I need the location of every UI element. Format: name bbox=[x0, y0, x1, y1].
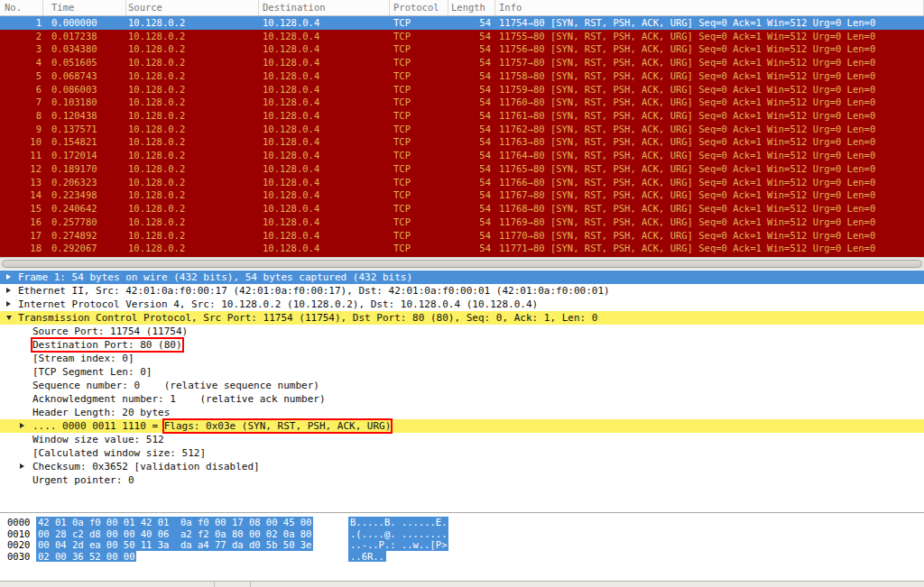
hex-row[interactable]: 003002 00 36 52 00 00..6R.. bbox=[0, 551, 924, 563]
column-header-source[interactable]: Source bbox=[126, 0, 259, 15]
detail-text: Checksum: 0x3652 [validation disabled] bbox=[32, 460, 260, 473]
detail-row[interactable]: [Calculated window size: 512] bbox=[0, 446, 924, 460]
packet-cell-time: 0.034380 bbox=[43, 42, 126, 56]
packet-row[interactable]: 70.10318010.128.0.210.128.0.4TCP5411760→… bbox=[0, 96, 924, 109]
detail-row[interactable]: Header Length: 20 bytes bbox=[0, 406, 924, 419]
packet-row[interactable]: 160.25778010.128.0.210.128.0.4TCP5411769… bbox=[0, 216, 924, 229]
packet-cell-info: 11757→80 [SYN, RST, PSH, ACK, URG] Seq=0… bbox=[495, 56, 924, 69]
column-header-info[interactable]: Info bbox=[495, 0, 924, 15]
packet-cell-length: 54 bbox=[448, 162, 495, 176]
detail-row[interactable]: [Stream index: 0] bbox=[0, 352, 924, 365]
packet-cell-source: 10.128.0.2 bbox=[126, 56, 259, 69]
packet-row[interactable]: 90.13757110.128.0.210.128.0.4TCP5411762→… bbox=[0, 123, 924, 136]
packet-cell-length: 54 bbox=[448, 229, 495, 243]
packet-cell-length: 54 bbox=[448, 69, 495, 83]
hex-bytes: 42 01 0a f0 00 01 42 01 0a f0 00 17 08 0… bbox=[36, 517, 313, 528]
packet-cell-no: 7 bbox=[0, 96, 43, 109]
packet-row[interactable]: 60.08600310.128.0.210.128.0.4TCP5411759→… bbox=[0, 83, 924, 96]
packet-cell-info: 11759→80 [SYN, RST, PSH, ACK, URG] Seq=0… bbox=[495, 83, 924, 96]
packet-cell-length: 54 bbox=[448, 188, 495, 202]
packet-cell-info: 11756→80 [SYN, RST, PSH, ACK, URG] Seq=0… bbox=[495, 42, 924, 56]
detail-row[interactable]: Sequence number: 0 (relative sequence nu… bbox=[0, 379, 924, 392]
status-bar bbox=[0, 581, 924, 587]
triangle-right-icon[interactable] bbox=[6, 288, 11, 293]
packet-cell-info: 11763→80 [SYN, RST, PSH, ACK, URG] Seq=0… bbox=[495, 135, 924, 149]
packet-cell-destination: 10.128.0.4 bbox=[259, 242, 390, 255]
packet-cell-time: 0.206323 bbox=[43, 176, 126, 189]
packet-cell-source: 10.128.0.2 bbox=[126, 109, 259, 123]
detail-row[interactable]: .... 0000 0011 1110 = Flags: 0x03e (SYN,… bbox=[0, 419, 924, 433]
packet-row[interactable]: 170.27489210.128.0.210.128.0.4TCP5411770… bbox=[0, 229, 924, 243]
packet-row[interactable]: 80.12043810.128.0.210.128.0.4TCP5411761→… bbox=[0, 109, 924, 123]
detail-row[interactable]: [TCP Segment Len: 0] bbox=[0, 365, 924, 379]
packet-cell-time: 0.000000 bbox=[43, 16, 126, 30]
detail-row[interactable]: Window size value: 512 bbox=[0, 433, 924, 446]
packet-cell-time: 0.223498 bbox=[43, 188, 126, 202]
packet-row[interactable]: 120.18917010.128.0.210.128.0.4TCP5411765… bbox=[0, 162, 924, 176]
packet-cell-info: 11760→80 [SYN, RST, PSH, ACK, URG] Seq=0… bbox=[495, 96, 924, 109]
packet-cell-no: 2 bbox=[0, 30, 43, 43]
horizontal-scrollbar[interactable] bbox=[0, 257, 924, 270]
detail-text: .... 0000 0011 1110 = Flags: 0x03e (SYN,… bbox=[32, 419, 391, 433]
detail-row[interactable]: Urgent pointer: 0 bbox=[0, 473, 924, 487]
detail-text: Frame 1: 54 bytes on wire (432 bits), 54… bbox=[18, 271, 412, 284]
packet-cell-protocol: TCP bbox=[390, 96, 448, 109]
hex-row[interactable]: 001000 28 c2 d8 00 00 40 06 a2 f2 0a 80 … bbox=[0, 528, 924, 540]
hex-ascii: B.....B. ......E. bbox=[348, 517, 448, 528]
red-highlight-box: Destination Port: 80 (80) bbox=[32, 339, 182, 351]
packet-row[interactable]: 110.17201410.128.0.210.128.0.4TCP5411764… bbox=[0, 149, 924, 162]
packet-cell-time: 0.257780 bbox=[43, 216, 126, 229]
packet-details-pane: Frame 1: 54 bytes on wire (432 bits), 54… bbox=[0, 270, 924, 512]
packet-cell-no: 18 bbox=[0, 242, 43, 255]
triangle-right-icon[interactable] bbox=[20, 463, 24, 469]
detail-row[interactable]: Destination Port: 80 (80) bbox=[0, 338, 924, 352]
packet-cell-time: 0.086003 bbox=[43, 83, 126, 96]
packet-cell-destination: 10.128.0.4 bbox=[259, 216, 390, 229]
triangle-down-icon[interactable] bbox=[6, 316, 12, 320]
triangle-right-icon[interactable] bbox=[20, 423, 24, 428]
detail-text: [TCP Segment Len: 0] bbox=[32, 365, 152, 379]
packet-row[interactable]: 40.05160510.128.0.210.128.0.4TCP5411757→… bbox=[0, 56, 924, 69]
packet-cell-destination: 10.128.0.4 bbox=[259, 123, 390, 136]
packet-cell-protocol: TCP bbox=[390, 109, 448, 123]
column-header-time[interactable]: Time bbox=[43, 0, 126, 15]
packet-row[interactable]: 50.06874310.128.0.210.128.0.4TCP5411758→… bbox=[0, 69, 924, 83]
packet-row[interactable]: 180.29206710.128.0.210.128.0.4TCP5411771… bbox=[0, 242, 924, 255]
packet-row[interactable]: 100.15482110.128.0.210.128.0.4TCP5411763… bbox=[0, 135, 924, 149]
packet-cell-protocol: TCP bbox=[390, 242, 448, 255]
column-header-no[interactable]: No. bbox=[0, 0, 43, 15]
triangle-right-icon[interactable] bbox=[6, 274, 11, 280]
packet-cell-time: 0.137571 bbox=[43, 123, 126, 136]
scrollbar-thumb[interactable] bbox=[2, 260, 922, 268]
packet-row[interactable]: 130.20632310.128.0.210.128.0.4TCP5411766… bbox=[0, 176, 924, 189]
detail-row[interactable]: Acknowledgment number: 1 (relative ack n… bbox=[0, 392, 924, 406]
packet-cell-info: 11771→80 [SYN, RST, PSH, ACK, URG] Seq=0… bbox=[495, 242, 924, 255]
detail-row[interactable]: Source Port: 11754 (11754) bbox=[0, 325, 924, 338]
packet-row[interactable]: 20.01723810.128.0.210.128.0.4TCP5411755→… bbox=[0, 30, 924, 43]
packet-cell-protocol: TCP bbox=[390, 162, 448, 176]
packet-cell-length: 54 bbox=[448, 96, 495, 109]
column-header-destination[interactable]: Destination bbox=[259, 0, 390, 15]
packet-cell-time: 0.154821 bbox=[43, 135, 126, 149]
packet-row[interactable]: 30.03438010.128.0.210.128.0.4TCP5411756→… bbox=[0, 42, 924, 56]
detail-row[interactable]: Checksum: 0x3652 [validation disabled] bbox=[0, 460, 924, 473]
detail-row[interactable]: Internet Protocol Version 4, Src: 10.128… bbox=[0, 298, 924, 311]
packet-cell-protocol: TCP bbox=[390, 16, 448, 30]
packet-row[interactable]: 150.24064210.128.0.210.128.0.4TCP5411768… bbox=[0, 202, 924, 216]
triangle-right-icon[interactable] bbox=[6, 301, 11, 307]
packet-cell-source: 10.128.0.2 bbox=[126, 162, 259, 176]
column-header-protocol[interactable]: Protocol bbox=[390, 0, 448, 15]
packet-cell-source: 10.128.0.2 bbox=[126, 69, 259, 83]
packet-row[interactable]: 140.22349810.128.0.210.128.0.4TCP5411767… bbox=[0, 188, 924, 202]
packet-cell-protocol: TCP bbox=[390, 123, 448, 136]
packet-list-rows: 10.00000010.128.0.210.128.0.4TCP5411754→… bbox=[0, 16, 924, 255]
hex-row[interactable]: 000042 01 0a f0 00 01 42 01 0a f0 00 17 … bbox=[0, 517, 924, 528]
packet-row[interactable]: 10.00000010.128.0.210.128.0.4TCP5411754→… bbox=[0, 16, 924, 30]
detail-row[interactable]: Transmission Control Protocol, Src Port:… bbox=[0, 311, 924, 325]
packet-cell-time: 0.292067 bbox=[43, 242, 126, 255]
detail-row[interactable]: Frame 1: 54 bytes on wire (432 bits), 54… bbox=[0, 271, 924, 284]
column-header-length[interactable]: Length bbox=[448, 0, 495, 15]
detail-row[interactable]: Ethernet II, Src: 42:01:0a:f0:00:17 (42:… bbox=[0, 284, 924, 298]
hex-row[interactable]: 002000 04 2d ea 00 50 11 3a da a4 77 da … bbox=[0, 539, 924, 551]
packet-cell-info: 11765→80 [SYN, RST, PSH, ACK, URG] Seq=0… bbox=[495, 162, 924, 176]
